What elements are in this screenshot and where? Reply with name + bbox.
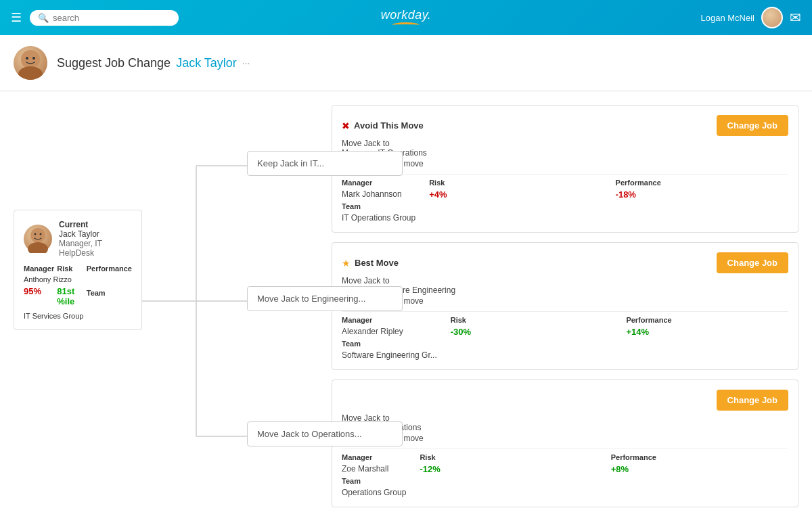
current-title: Manager, IT HelpDesk (59, 239, 132, 258)
search-bar[interactable]: 🔍 (30, 10, 179, 26)
job-2-team-value: Software Engineering Gr... (342, 350, 437, 360)
avoid-icon: ✖ (342, 120, 350, 131)
manager-value: Anthony Rizzo (24, 275, 132, 283)
job-1-team-value: IT Operations Group (342, 213, 415, 223)
job-3-risk-value: -12% (420, 464, 597, 474)
page-header: Suggest Job Change Jack Taylor ··· (0, 35, 812, 91)
page-title-name[interactable]: Jack Taylor (176, 56, 237, 70)
job-3-perf-label: Performance (611, 453, 788, 461)
move-option-1[interactable]: Keep Jack in IT... (247, 151, 403, 176)
connector-area: Keep Jack in IT... Move Jack to Engineer… (142, 105, 318, 507)
svg-point-4 (30, 228, 45, 243)
job-1-perf-label: Performance (616, 179, 788, 187)
team-value: IT Services Group (24, 312, 132, 320)
employee-avatar (14, 46, 47, 80)
header-right-area: Logan McNeil ✉ (701, 7, 802, 28)
more-options-icon[interactable]: ··· (242, 58, 250, 68)
job-card-1-header: ✖ Avoid This Move Change Job (342, 115, 788, 136)
job-1-team-label: Team (342, 202, 415, 210)
job-card-1-stats: Manager Risk Performance Mark Johannson … (342, 179, 788, 223)
job-2-risk-label: Risk (451, 316, 613, 324)
change-job-button-2[interactable]: Change Job (717, 252, 788, 273)
job-1-perf-value: -18% (616, 189, 788, 200)
move-option-box-2[interactable]: Move Jack to Engineering... (247, 286, 403, 311)
menu-icon[interactable]: ☰ (11, 10, 22, 25)
app-header: ☰ 🔍 workday. Logan McNeil ✉ (0, 0, 812, 35)
current-avatar (24, 225, 52, 253)
user-name: Logan McNeil (701, 13, 755, 23)
job-3-perf-value: +8% (611, 464, 788, 474)
job-1-manager-label: Manager (342, 179, 415, 187)
move-option-box-1[interactable]: Keep Jack in IT... (247, 151, 403, 176)
move-option-2[interactable]: Move Jack to Engineering... (247, 286, 403, 311)
job-card-2-desc: Move Jack to Manager, Software Engineeri… (342, 276, 788, 295)
user-avatar[interactable] (761, 7, 783, 28)
search-input[interactable] (53, 13, 171, 23)
manager-label: Manager (24, 264, 54, 273)
change-job-button-1[interactable]: Change Job (717, 115, 788, 136)
job-1-risk-value: +4% (429, 189, 602, 200)
svg-point-0 (21, 50, 40, 69)
job-3-risk-label: Risk (420, 453, 597, 461)
job-card-2-pct: 12% choose this move (342, 296, 788, 306)
job-card-2-header: ★ Best Move Change Job (342, 252, 788, 273)
job-card-2-title-area: ★ Best Move (342, 258, 399, 269)
team-label: Team (87, 289, 132, 306)
logo-text: workday. (381, 8, 432, 22)
perf-value: 81st %ile (57, 286, 83, 306)
job-card-3-pct: 18% choose this move (342, 434, 788, 443)
job-3-manager-value: Zoe Marshall (342, 464, 406, 474)
diagram-area: Current Jack Taylor Manager, IT HelpDesk… (0, 91, 812, 521)
move-option-box-3[interactable]: Move Jack to Operations... (247, 421, 403, 446)
job-card-3-header: Change Job (342, 390, 788, 411)
move-option-3[interactable]: Move Jack to Operations... (247, 421, 403, 446)
job-card-1-title-area: ✖ Avoid This Move (342, 120, 424, 131)
job-2-manager-label: Manager (342, 316, 437, 324)
job-card-3-desc: Move Jack to Director of Operations (342, 413, 788, 432)
risk-value: 95% (24, 286, 54, 306)
job-card-1-desc: Move Jack to Manager, IT Operations (342, 139, 788, 158)
search-icon: 🔍 (38, 13, 49, 23)
svg-point-5 (28, 242, 48, 253)
current-stats: Manager Risk Performance Anthony Rizzo 9… (24, 264, 132, 320)
current-card-info: Current Jack Taylor Manager, IT HelpDesk (59, 220, 132, 258)
job-2-perf-label: Performance (626, 316, 788, 324)
current-section-label: Current (59, 220, 132, 229)
job-2-manager-value: Alexander Ripley (342, 327, 437, 336)
workday-logo: workday. (381, 8, 432, 28)
page-title-area: Suggest Job Change Jack Taylor ··· (57, 56, 250, 70)
current-card-header: Current Jack Taylor Manager, IT HelpDesk (24, 220, 132, 258)
job-2-risk-value: -30% (451, 327, 613, 337)
svg-point-6 (35, 233, 37, 235)
job-1-manager-value: Mark Johannson (342, 189, 415, 199)
avoid-badge-label: Avoid This Move (354, 120, 424, 131)
logo-arc (392, 22, 420, 28)
current-name: Jack Taylor (59, 229, 132, 239)
perf-label: Performance (87, 264, 132, 273)
best-badge-label: Best Move (355, 258, 399, 268)
job-card-1-pct: 23% choose this move (342, 159, 788, 168)
avatar-image (763, 8, 782, 27)
svg-point-2 (26, 57, 28, 60)
job-card-2-stats: Manager Risk Performance Alexander Riple… (342, 316, 788, 360)
job-2-perf-value: +14% (626, 327, 788, 337)
page-title-label: Suggest Job Change (57, 56, 171, 70)
job-3-team-label: Team (342, 477, 406, 485)
job-1-risk-label: Risk (429, 179, 602, 187)
page-content: Suggest Job Change Jack Taylor ··· (0, 35, 812, 529)
best-icon: ★ (342, 258, 351, 269)
job-3-team-value: Operations Group (342, 488, 406, 497)
job-2-team-label: Team (342, 340, 437, 348)
svg-point-3 (32, 57, 35, 60)
risk-label: Risk (57, 264, 83, 273)
job-3-manager-label: Manager (342, 453, 406, 461)
job-card-3-stats: Manager Risk Performance Zoe Marshall -1… (342, 453, 788, 497)
change-job-button-3[interactable]: Change Job (717, 390, 788, 411)
svg-point-7 (40, 233, 42, 235)
inbox-icon[interactable]: ✉ (790, 9, 801, 26)
current-employee-card: Current Jack Taylor Manager, IT HelpDesk… (14, 210, 142, 330)
svg-point-1 (18, 66, 43, 80)
